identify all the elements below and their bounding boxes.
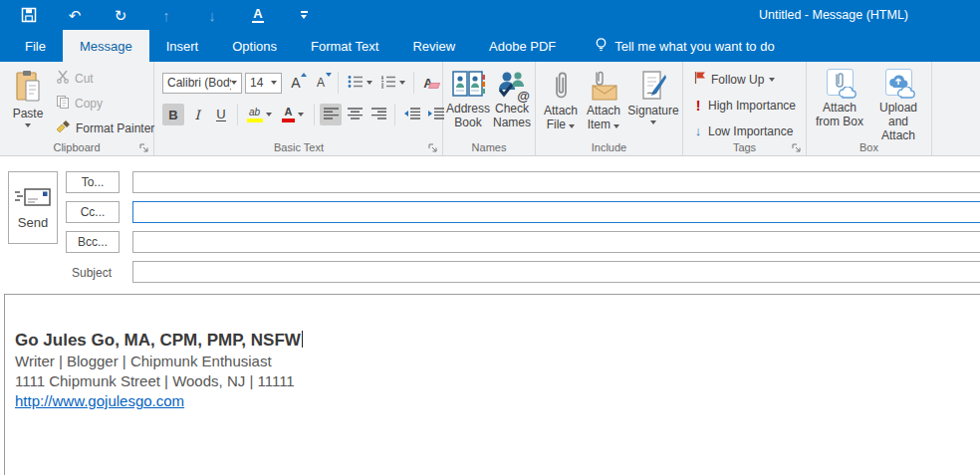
upload-and-attach-button[interactable]: Upload and Attach xyxy=(870,65,926,142)
basic-text-dialog-launcher-icon[interactable] xyxy=(428,142,438,152)
attach-item-label-line2: Item xyxy=(588,118,611,131)
high-importance-icon: ! xyxy=(693,98,703,114)
address-book-button[interactable]: Address Book xyxy=(446,64,490,129)
bold-button[interactable]: B xyxy=(162,104,184,125)
paperclip-icon xyxy=(552,68,570,104)
to-button[interactable]: To... xyxy=(66,171,120,193)
bullets-button[interactable] xyxy=(345,72,374,94)
check-names-label-line1: Check xyxy=(495,102,529,116)
address-book-icon xyxy=(450,68,486,102)
clipboard-group: Paste Cut Copy Format Painter xyxy=(0,62,154,155)
font-size-value: 14 xyxy=(250,76,263,90)
next-item-icon[interactable]: ↓ xyxy=(201,4,223,26)
names-group: Address Book @ Check Names Names xyxy=(443,62,536,155)
paste-dropdown-caret xyxy=(25,123,31,127)
subject-label: Subject xyxy=(72,266,112,280)
check-names-button[interactable]: @ Check Names xyxy=(491,64,533,129)
decrease-indent-button[interactable] xyxy=(400,104,422,125)
signature-link[interactable]: http://www.gojulesgo.com xyxy=(15,391,184,411)
basic-text-group-label: Basic Text xyxy=(155,141,442,153)
shrink-font-caret-icon xyxy=(326,73,332,77)
cc-button[interactable]: Cc... xyxy=(66,201,120,223)
font-color-icon: A xyxy=(282,107,295,122)
increase-indent-icon xyxy=(427,108,444,122)
cut-icon xyxy=(56,70,70,87)
align-right-button[interactable] xyxy=(368,104,389,125)
signature-button[interactable]: Signature xyxy=(625,64,681,124)
clipboard-dialog-launcher-icon[interactable] xyxy=(139,142,149,152)
numbering-button[interactable] xyxy=(377,72,407,94)
font-size-select[interactable]: 14 xyxy=(245,73,282,94)
message-body-editor[interactable]: Go Jules Go, MA, CPM, PMP, NSFW Writer |… xyxy=(4,294,980,475)
cut-button[interactable]: Cut xyxy=(52,68,158,89)
copy-label: Copy xyxy=(75,97,103,111)
underline-button[interactable]: U xyxy=(210,104,232,125)
tab-options[interactable]: Options xyxy=(215,30,294,62)
low-importance-button[interactable]: ↓ Low Importance xyxy=(689,121,800,140)
tab-adobe-pdf[interactable]: Adobe PDF xyxy=(472,30,573,62)
font-color-caret-icon xyxy=(298,113,304,117)
tab-message[interactable]: Message xyxy=(63,30,149,62)
font-name-value: Calibri (Body) xyxy=(167,76,231,90)
tab-file[interactable]: File xyxy=(8,30,63,62)
bcc-button[interactable]: Bcc... xyxy=(66,231,120,253)
paste-label: Paste xyxy=(13,107,44,120)
decrease-indent-icon xyxy=(403,108,420,122)
follow-up-caret-icon xyxy=(769,78,775,82)
text-highlight-button[interactable]: ab xyxy=(243,104,275,125)
redo-icon[interactable]: ↻ xyxy=(110,4,131,26)
signature-label: Signature xyxy=(627,104,678,118)
grow-font-button[interactable]: A xyxy=(285,72,307,94)
flag-icon xyxy=(693,71,706,88)
align-left-button[interactable] xyxy=(320,104,342,125)
signature-line-2: Writer | Blogger | Chipmunk Enthusiast xyxy=(15,352,980,371)
send-button[interactable]: Send xyxy=(8,171,58,244)
upload-and-attach-label-line2: and Attach xyxy=(870,115,926,142)
tab-format-text[interactable]: Format Text xyxy=(294,30,395,62)
basic-text-group: Calibri (Body) 14 A A xyxy=(155,62,443,155)
font-color-button[interactable]: A xyxy=(277,104,309,125)
font-name-select[interactable]: Calibri (Body) xyxy=(162,73,242,94)
low-importance-label: Low Importance xyxy=(708,124,793,138)
align-center-button[interactable] xyxy=(344,104,366,125)
previous-item-icon[interactable]: ↑ xyxy=(155,4,177,26)
attach-item-button[interactable]: Attach Item xyxy=(583,64,624,131)
low-importance-icon: ↓ xyxy=(693,123,703,138)
ribbon: Paste Cut Copy Format Painter xyxy=(0,62,980,156)
tab-insert[interactable]: Insert xyxy=(149,30,216,62)
clear-formatting-button[interactable]: A xyxy=(420,72,442,94)
send-icon xyxy=(14,186,52,208)
italic-button[interactable]: I xyxy=(186,104,208,125)
signature-icon xyxy=(639,68,667,104)
upload-and-attach-label-line1: Upload xyxy=(879,101,917,115)
paste-button[interactable]: Paste xyxy=(6,66,50,137)
save-icon[interactable] xyxy=(18,4,40,26)
customize-qat-icon[interactable] xyxy=(293,4,315,26)
to-input[interactable] xyxy=(132,171,980,193)
attach-file-button[interactable]: Attach File xyxy=(540,64,582,131)
tags-group: Follow Up ! High Importance ↓ Low Import… xyxy=(683,62,807,155)
subject-input[interactable] xyxy=(132,261,980,283)
tags-dialog-launcher-icon[interactable] xyxy=(792,142,802,152)
cc-input[interactable] xyxy=(132,201,980,223)
format-painter-button[interactable]: Format Painter xyxy=(52,118,158,138)
font-color-qat-icon[interactable]: A xyxy=(247,4,269,26)
tab-review[interactable]: Review xyxy=(395,30,472,62)
attach-from-box-label-line1: Attach xyxy=(823,101,857,115)
text-highlight-icon: ab xyxy=(247,108,263,122)
copy-button[interactable]: Copy xyxy=(52,93,158,114)
upload-and-attach-icon xyxy=(885,69,912,96)
font-name-caret-icon xyxy=(231,81,237,85)
send-label: Send xyxy=(18,215,48,230)
grow-font-caret-icon xyxy=(301,73,307,77)
bcc-input[interactable] xyxy=(132,231,980,253)
follow-up-button[interactable]: Follow Up xyxy=(689,69,800,90)
tell-me-box[interactable]: Tell me what you want to do xyxy=(595,30,774,62)
window-title: Untitled - Message (HTML) xyxy=(759,8,908,22)
shrink-font-button[interactable]: A xyxy=(310,72,332,94)
text-cursor xyxy=(302,331,304,348)
undo-icon[interactable]: ↶ xyxy=(64,4,86,26)
high-importance-label: High Importance xyxy=(708,99,796,113)
attach-from-box-button[interactable]: Attach from Box xyxy=(813,65,866,128)
high-importance-button[interactable]: ! High Importance xyxy=(689,96,800,116)
